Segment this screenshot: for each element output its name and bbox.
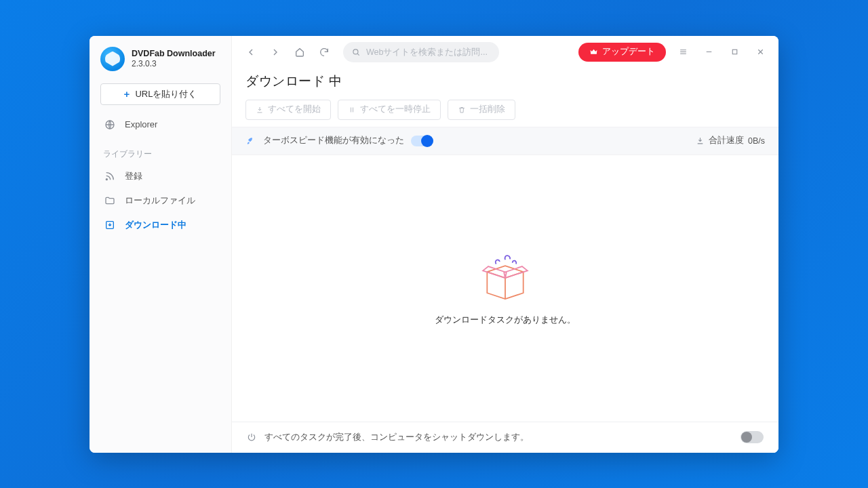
svg-rect-4: [732, 49, 737, 54]
start-all-button[interactable]: すべてを開始: [245, 100, 331, 120]
search-box[interactable]: [343, 42, 499, 62]
close-button[interactable]: [751, 43, 769, 61]
globe-icon: [104, 119, 115, 130]
brand-text: DVDFab Downloader 2.3.0.3: [132, 49, 216, 68]
hamburger-icon: [679, 47, 688, 56]
brand-block: DVDFab Downloader 2.3.0.3: [90, 44, 231, 81]
upgrade-label: アップデート: [602, 46, 655, 58]
app-title: DVDFab Downloader: [132, 49, 216, 59]
minimize-button[interactable]: [700, 43, 717, 61]
minimize-icon: [705, 47, 713, 56]
plus-icon: +: [124, 88, 130, 100]
refresh-icon: [319, 47, 330, 58]
start-all-label: すべてを開始: [268, 104, 321, 115]
delete-all-button[interactable]: 一括削除: [448, 100, 515, 120]
footer-bar: すべてのタスクが完了後、コンピュータをシャットダウンします。: [232, 422, 778, 453]
empty-state: ダウンロードタスクがありません。: [232, 155, 778, 422]
maximize-button[interactable]: [726, 43, 743, 61]
home-icon: [294, 47, 305, 58]
close-icon: [756, 47, 765, 56]
nav-back-button[interactable]: [241, 43, 260, 62]
search-input[interactable]: [366, 47, 491, 57]
nav-refresh-button[interactable]: [315, 43, 334, 62]
pause-all-button[interactable]: すべてを一時停止: [338, 100, 441, 120]
app-body: DVDFab Downloader 2.3.0.3 + URLを貼り付く Exp…: [90, 36, 778, 453]
download-icon: [256, 106, 264, 114]
trash-icon: [458, 106, 466, 114]
empty-text: ダウンロードタスクがありません。: [435, 314, 576, 326]
sidebar-item-label: ローカルファイル: [125, 195, 195, 207]
shutdown-text: すべてのタスクが完了後、コンピュータをシャットダウンします。: [264, 432, 529, 443]
rocket-icon: [245, 136, 256, 146]
nav-home-button[interactable]: [290, 43, 309, 62]
sidebar-item-label: ダウンロード中: [125, 219, 186, 231]
turbo-text: ターボスピード機能が有効になった: [263, 135, 404, 146]
svg-point-3: [353, 49, 358, 54]
sidebar-item-downloading[interactable]: ダウンロード中: [90, 213, 231, 237]
download-speed-icon: [696, 136, 705, 145]
main-panel: アップデート ダウンロード 中 すべてを開始: [232, 36, 778, 453]
app-version: 2.3.0.3: [132, 59, 216, 68]
sidebar-item-register[interactable]: 登録: [90, 164, 231, 188]
turbo-row: ターボスピード機能が有効になった 合計速度 0B/s: [232, 127, 778, 155]
search-icon: [351, 47, 361, 57]
total-speed-label: 合計速度: [709, 135, 744, 146]
crown-icon: [589, 47, 598, 56]
sidebar-item-label: Explorer: [125, 119, 157, 129]
sidebar-item-local-files[interactable]: ローカルファイル: [90, 188, 231, 213]
app-logo-icon: [100, 47, 125, 71]
topbar: アップデート: [232, 36, 778, 68]
pause-all-label: すべてを一時停止: [360, 104, 431, 115]
power-icon: [247, 432, 256, 442]
sidebar-item-explorer[interactable]: Explorer: [90, 113, 231, 136]
app-window: DVDFab Downloader 2.3.0.3 + URLを貼り付く Exp…: [90, 36, 778, 453]
svg-point-1: [106, 178, 107, 180]
arrow-right-icon: [270, 47, 281, 58]
nav-forward-button[interactable]: [266, 43, 285, 62]
sidebar: DVDFab Downloader 2.3.0.3 + URLを貼り付く Exp…: [90, 36, 232, 453]
pause-icon: [348, 106, 356, 114]
total-speed-value: 0B/s: [748, 136, 765, 146]
delete-all-label: 一括削除: [470, 104, 505, 115]
page-title: ダウンロード 中: [232, 68, 778, 100]
maximize-icon: [730, 47, 739, 56]
rss-icon: [104, 171, 115, 182]
paste-url-label: URLを貼り付く: [135, 88, 197, 100]
sidebar-item-label: 登録: [125, 170, 142, 182]
upgrade-button[interactable]: アップデート: [578, 43, 666, 62]
paste-url-button[interactable]: + URLを貼り付く: [100, 83, 220, 105]
download-queue-icon: [104, 220, 115, 230]
arrow-left-icon: [245, 47, 256, 58]
empty-box-icon: [475, 251, 536, 305]
menu-button[interactable]: [674, 43, 692, 61]
turbo-toggle[interactable]: [411, 136, 433, 146]
shutdown-toggle[interactable]: [741, 431, 764, 443]
total-speed: 合計速度 0B/s: [696, 135, 765, 146]
sidebar-section-library: ライブラリー: [90, 136, 231, 164]
folder-icon: [104, 195, 115, 206]
bulk-action-row: すべてを開始 すべてを一時停止 一括削除: [232, 100, 778, 127]
